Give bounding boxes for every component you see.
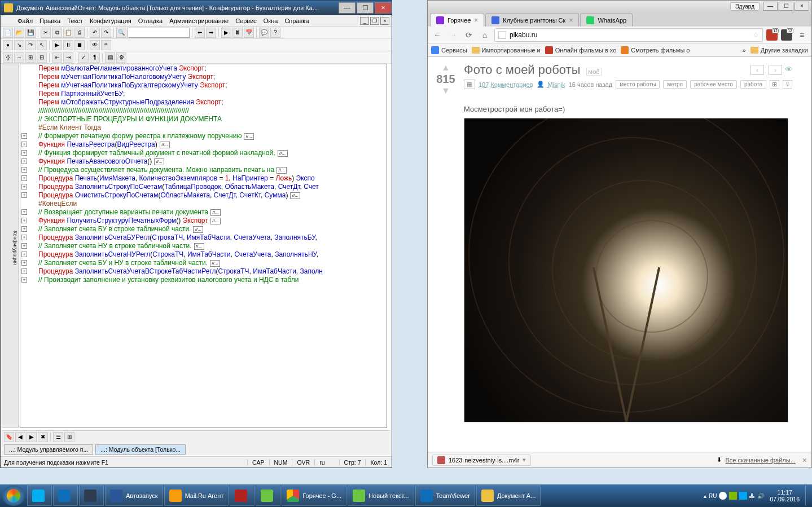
bookmark-item[interactable]: » xyxy=(743,47,746,54)
post-image[interactable] xyxy=(464,118,788,422)
bookmark-icon[interactable]: 🔖 xyxy=(4,432,14,442)
bookmark-item[interactable]: Сервисы xyxy=(431,46,467,54)
outdent-icon[interactable]: ⇤ xyxy=(52,52,62,63)
code-editor[interactable]: Перем мВалютаРегламентированногоУчета Эк… xyxy=(20,64,387,428)
bookmark-item[interactable]: Импортированные и xyxy=(472,47,541,54)
reload-button[interactable]: ⟳ xyxy=(463,29,475,41)
back-icon[interactable]: ⬅ xyxy=(195,28,205,38)
expand-icon[interactable]: + xyxy=(21,268,27,274)
menu-help[interactable]: Справка xyxy=(281,16,312,25)
watch-icon[interactable]: 👁 xyxy=(90,40,100,50)
code-line[interactable]: +// Заполняет счета БУ и НУ в строке таб… xyxy=(20,259,387,267)
prev-bm-icon[interactable]: ◀ xyxy=(15,432,25,442)
tab-object-module[interactable]: ...: Модуль объекта [Только... xyxy=(95,444,186,455)
mdi-restore[interactable]: ❐ xyxy=(370,17,379,25)
code-line[interactable]: Перем мОтображатьСтруктурныеПодразделени… xyxy=(20,98,387,107)
tray-expand-icon[interactable]: ▴ xyxy=(704,493,706,499)
mdi-minimize[interactable]: _ xyxy=(360,17,369,25)
prev-post[interactable]: ‹ xyxy=(750,65,764,75)
taskbar-item[interactable]: TeamViewer xyxy=(415,486,475,506)
listview-icon[interactable]: ☰ xyxy=(53,432,63,442)
pause-icon[interactable]: ⏸ xyxy=(63,40,73,50)
comp-icon[interactable]: ⚙ xyxy=(116,52,126,63)
expand-icon[interactable]: + xyxy=(21,142,27,147)
view-mode-icon[interactable]: ▦ xyxy=(464,80,475,89)
redo-icon[interactable]: ↷ xyxy=(101,28,111,38)
expand-icon[interactable]: + xyxy=(21,158,27,164)
author-link[interactable]: Misnik xyxy=(548,81,565,88)
expand-icon[interactable]: + xyxy=(21,150,27,156)
taskbar-item[interactable]: Новый текст... xyxy=(348,486,414,506)
stepover-icon[interactable]: ↷ xyxy=(25,40,36,50)
fold-indicator[interactable]: //... xyxy=(278,150,288,157)
taskbar-item[interactable]: Горячее - G... xyxy=(282,486,346,506)
menu-button[interactable]: ≡ xyxy=(796,29,808,41)
menu-edit[interactable]: Правка xyxy=(36,16,64,25)
code-line[interactable]: +Процедура ЗаполнитьСтрокуПоСчетам(Табли… xyxy=(20,183,387,191)
open-icon[interactable]: 📂 xyxy=(14,28,24,38)
tray-icon[interactable] xyxy=(729,492,737,500)
upvote-icon[interactable]: ▲ xyxy=(434,63,457,73)
volume-icon[interactable]: 🔊 xyxy=(757,493,764,499)
code-line[interactable]: +Процедура ЗаполнитьСчетаБУРегл(СтрокаТЧ… xyxy=(20,233,387,242)
post-title[interactable]: Фото с моей роботы моё xyxy=(464,63,602,77)
code-line[interactable]: Перем мУчетнаяПолитикаПоНалоговомуУчету … xyxy=(20,73,387,81)
menu-service[interactable]: Сервис xyxy=(232,16,260,25)
taskbar-item[interactable]: Документ А... xyxy=(476,486,541,506)
code-line[interactable]: +Функция ПолучитьСтруктуруПечатныхФорм()… xyxy=(20,217,387,225)
tray-lang[interactable]: RU xyxy=(709,493,717,499)
expand-icon[interactable]: + xyxy=(21,167,27,173)
taskbar-item[interactable] xyxy=(79,486,104,506)
chrome-close[interactable]: × xyxy=(795,2,809,11)
treeview-icon[interactable]: ⊞ xyxy=(64,432,74,442)
taskbar-item[interactable] xyxy=(27,486,52,506)
minimize-button[interactable]: — xyxy=(339,2,355,14)
menu-admin[interactable]: Администрирование xyxy=(166,16,232,25)
menu-file[interactable]: Файл xyxy=(14,16,36,25)
browser-tab[interactable]: Горячее× xyxy=(430,13,484,27)
stepout-icon[interactable]: ↖ xyxy=(37,40,47,50)
undo-icon[interactable]: ↶ xyxy=(90,28,100,38)
comments-link[interactable]: 107 Комментариев xyxy=(479,81,533,88)
expand-icon[interactable]: + xyxy=(21,175,27,181)
chrome-titlebar[interactable]: Эдуард — ☐ × xyxy=(428,1,811,12)
tab-close-icon[interactable]: × xyxy=(569,16,573,24)
download-pin-icon[interactable]: ⬇ xyxy=(717,456,722,464)
menu-windows[interactable]: Окна xyxy=(260,16,282,25)
show-desktop[interactable] xyxy=(805,486,810,506)
code-line[interactable]: // ЭКСПОРТНЫЕ ПРОЦЕДУРЫ И ФУНКЦИИ ДОКУМЕ… xyxy=(20,115,387,124)
expand-icon[interactable]: + xyxy=(21,235,27,240)
comment-icon[interactable]: 💬 xyxy=(259,28,269,38)
ext-icon[interactable]: 12 xyxy=(781,29,792,41)
tray-icon[interactable] xyxy=(719,492,727,500)
tag[interactable]: место работы xyxy=(616,80,660,89)
fold-indicator[interactable]: //... xyxy=(290,192,300,199)
taskbar-item[interactable]: Автозапуск xyxy=(105,486,163,506)
fold-indicator[interactable]: //... xyxy=(194,243,204,250)
cut-icon[interactable]: ✂ xyxy=(41,28,51,38)
home-button[interactable]: ⌂ xyxy=(479,29,491,41)
clock[interactable]: 11:17 07.09.2016 xyxy=(766,489,803,502)
maximize-button[interactable]: ☐ xyxy=(357,2,374,14)
adblock-icon[interactable]: 12 xyxy=(766,29,778,41)
code-line[interactable]: Перем мВалютаРегламентированногоУчета Эк… xyxy=(20,64,387,73)
taskbar-item[interactable] xyxy=(53,486,78,506)
expand-icon[interactable]: + xyxy=(21,218,27,223)
fwd-icon[interactable]: ➡ xyxy=(206,28,216,38)
taskbar-item[interactable]: Mail.Ru Агент xyxy=(164,486,229,506)
chrome-user[interactable]: Эдуард xyxy=(730,2,760,11)
expand-icon[interactable]: + xyxy=(21,184,27,189)
titlebar[interactable]: Документ АвансовыйОтчет: Модуль объекта … xyxy=(1,1,392,15)
fold-indicator[interactable]: //... xyxy=(193,226,203,233)
downvote-icon[interactable]: ▼ xyxy=(434,86,457,96)
expand-icon[interactable]: + xyxy=(21,260,27,266)
collapse-icon[interactable]: ⊟ xyxy=(37,52,47,63)
expand-icon[interactable]: ⊞ xyxy=(25,52,36,63)
code-line[interactable]: +// Производит заполнение и установку ре… xyxy=(20,276,387,284)
tag[interactable]: рабочее место xyxy=(690,80,737,89)
cal-icon[interactable]: 📅 xyxy=(244,28,254,38)
code-line[interactable]: +// Формирует печатную форму реестра к п… xyxy=(20,132,387,140)
stack-icon[interactable]: ≡ xyxy=(101,40,111,50)
code-line[interactable]: Перем ПартионныйУчетБУ; xyxy=(20,90,387,98)
hide-post-icon[interactable]: 👁 xyxy=(782,65,796,75)
